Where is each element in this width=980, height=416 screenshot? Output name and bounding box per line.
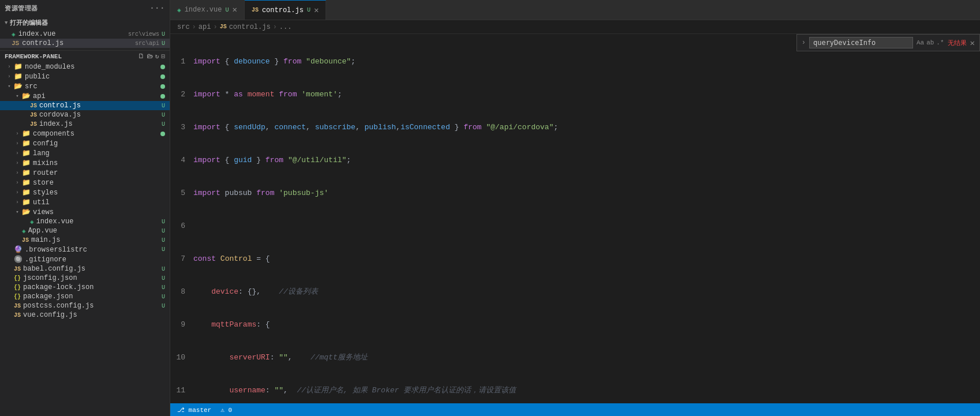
- main-content: ◈ index.vue U ✕ JS control.js U ✕ src › …: [170, 0, 980, 416]
- tree-item-node-modules[interactable]: › 📁 node_modules: [0, 62, 170, 72]
- tree-item-app-vue[interactable]: ◈ App.vue U: [0, 226, 170, 235]
- sidebar-title: 资源管理器: [5, 4, 38, 13]
- collapse-icon[interactable]: ⊟: [161, 53, 165, 60]
- search-options: Aa ab .*: [917, 39, 944, 46]
- tree-item-mixins[interactable]: › 📁 mixins: [0, 158, 170, 168]
- code-line-2: 2 import * as moment from 'moment';: [170, 89, 980, 100]
- open-editors-title[interactable]: ▼ 打开的编辑器: [0, 16, 170, 29]
- folder-icon: 📁: [22, 159, 31, 167]
- breadcrumb-dots: ...: [279, 23, 292, 31]
- tab-index-vue-label: index.vue: [185, 6, 222, 14]
- folder-icon: 📁: [22, 178, 31, 187]
- tree-item-postcss[interactable]: JS postcss.config.js U: [0, 301, 170, 310]
- folder-icon: 📁: [22, 198, 31, 207]
- search-input[interactable]: [809, 37, 913, 48]
- status-bar: ⎇ master ⚠ 0: [170, 403, 980, 416]
- tab-bar: ◈ index.vue U ✕ JS control.js U ✕: [170, 0, 980, 20]
- more-options-icon[interactable]: ···: [149, 3, 165, 13]
- breadcrumb-sep1: ›: [192, 23, 196, 31]
- sidebar-header: 资源管理器 ···: [0, 0, 170, 16]
- whole-word-icon[interactable]: ab: [926, 39, 934, 46]
- tree-item-package-lock[interactable]: {} package-lock.json U: [0, 283, 170, 292]
- folder-icon: 📁: [22, 149, 31, 158]
- new-folder-icon[interactable]: 🗁: [147, 53, 153, 60]
- tree-item-vue-config[interactable]: JS vue.config.js: [0, 310, 170, 320]
- open-editor-control-js[interactable]: JS control.js src\api U: [0, 39, 170, 48]
- sidebar-header-icons: ···: [149, 3, 165, 13]
- tree-item-store[interactable]: › 📁 store: [0, 178, 170, 188]
- tab-u-badge: U: [225, 7, 229, 13]
- tree-item-views[interactable]: ▾ 📂 views: [0, 207, 170, 217]
- breadcrumb-js-icon: JS: [220, 24, 227, 30]
- js-file-icon-active: JS: [12, 40, 19, 47]
- open-editor-index-vue[interactable]: ◈ index.vue src\views U: [0, 29, 170, 39]
- json-icon: {}: [14, 275, 21, 282]
- code-line-6: 6: [170, 220, 980, 231]
- tree-item-gitignore[interactable]: 🔘 .gitignore: [0, 254, 170, 264]
- js-tab-icon: JS: [252, 7, 259, 13]
- folder-icon: 📂: [14, 82, 23, 91]
- code-line-7: 7 const Control = {: [170, 253, 980, 264]
- tab-index-vue[interactable]: ◈ index.vue U ✕: [170, 0, 245, 20]
- breadcrumb-src: src: [177, 23, 190, 31]
- framework-panel-header[interactable]: FRAMEWORK-PANEL 🗋 🗁 ↻ ⊟: [0, 51, 170, 62]
- tree-item-config[interactable]: › 📁 config: [0, 138, 170, 148]
- no-result-label: 无结果: [948, 39, 967, 47]
- file-icon: 🔘: [14, 255, 23, 264]
- tree-item-api[interactable]: ▾ 📂 api: [0, 91, 170, 101]
- vue-file-icon: ◈: [30, 218, 34, 226]
- tree-item-jsconfig[interactable]: {} jsconfig.json U: [0, 273, 170, 283]
- regex-icon[interactable]: .*: [936, 39, 944, 46]
- tree-item-babel-config[interactable]: JS babel.config.js U: [0, 264, 170, 273]
- tab-close-icon-active[interactable]: ✕: [314, 6, 319, 14]
- tree-item-router[interactable]: › 📁 router: [0, 168, 170, 178]
- folder-icon: 📁: [22, 188, 31, 197]
- tree-item-public[interactable]: › 📁 public: [0, 72, 170, 81]
- tree-item-src[interactable]: ▾ 📂 src: [0, 81, 170, 91]
- refresh-icon[interactable]: ↻: [155, 53, 159, 60]
- code-line-3: 3 import { sendUdp, connect, subscribe, …: [170, 122, 980, 133]
- tree-item-control-js[interactable]: JS control.js U: [0, 101, 170, 110]
- open-editors-section: ▼ 打开的编辑器 ◈ index.vue src\views U JS cont…: [0, 16, 170, 51]
- breadcrumb-api: api: [199, 23, 211, 31]
- tab-control-js-label: control.js: [262, 6, 304, 14]
- code-line-10: 10 serverURI: "", //mqtt服务地址: [170, 352, 980, 363]
- tree-item-main-js[interactable]: JS main.js U: [0, 235, 170, 245]
- modified-dot: [160, 84, 165, 89]
- case-sensitive-icon[interactable]: Aa: [917, 39, 924, 46]
- breadcrumb-sep2: ›: [213, 23, 217, 31]
- tree-item-index-js[interactable]: JS index.js U: [0, 119, 170, 129]
- js-icon: JS: [30, 112, 37, 118]
- tree-item-package-json[interactable]: {} package.json U: [0, 292, 170, 301]
- tree-item-cordova-js[interactable]: JS cordova.js U: [0, 110, 170, 119]
- tab-control-js[interactable]: JS control.js U ✕: [245, 0, 326, 20]
- json-icon: {}: [14, 284, 21, 291]
- tree-item-lang[interactable]: › 📁 lang: [0, 148, 170, 158]
- code-line-8: 8 device: {}, //设备列表: [170, 286, 980, 297]
- modified-dot: [160, 132, 165, 136]
- new-file-icon[interactable]: 🗋: [138, 53, 144, 60]
- search-close-icon[interactable]: ✕: [970, 38, 975, 48]
- folder-icon: 📂: [22, 208, 31, 216]
- open-editors-chevron: ▼: [5, 20, 8, 26]
- tree-item-components[interactable]: › 📁 components: [0, 129, 170, 138]
- code-editor[interactable]: 1 import { debounce } from "debounce"; 2…: [170, 34, 980, 403]
- vue-tab-icon: ◈: [177, 6, 181, 14]
- tab-u-badge-active: U: [307, 7, 311, 13]
- vue-file-icon: ◈: [12, 31, 16, 38]
- sidebar: 资源管理器 ··· ▼ 打开的编辑器 ◈ index.vue src\views…: [0, 0, 170, 416]
- tree-item-util[interactable]: › 📁 util: [0, 197, 170, 207]
- tree-item-browserslistrc[interactable]: 🔮 .browserslistrc U: [0, 245, 170, 254]
- js-icon: JS: [14, 312, 21, 318]
- js-icon: JS: [14, 266, 21, 272]
- git-branch: ⎇ master: [177, 406, 211, 414]
- tree-item-styles[interactable]: › 📁 styles: [0, 188, 170, 197]
- tree-item-index-vue[interactable]: ◈ index.vue U: [0, 217, 170, 226]
- breadcrumb-sep3: ›: [273, 23, 277, 31]
- code-line-9: 9 mqttParams: {: [170, 319, 980, 330]
- editor-area: › Aa ab .* 无结果 ✕ 1 import { debounce } f…: [170, 34, 980, 403]
- breadcrumb: src › api › JS control.js › ...: [170, 20, 980, 34]
- folder-icon: 📁: [22, 139, 31, 148]
- vue-file-icon: ◈: [22, 227, 26, 235]
- tab-close-icon[interactable]: ✕: [232, 6, 237, 14]
